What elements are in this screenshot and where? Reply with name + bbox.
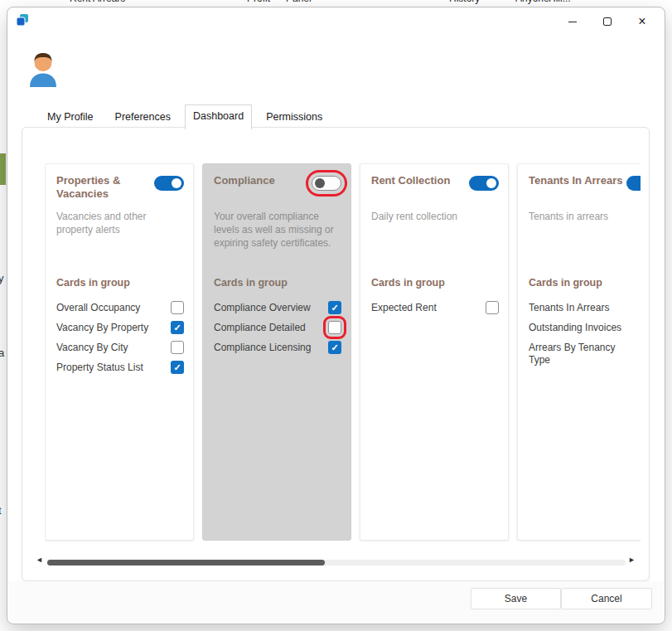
card-item: Compliance Licensing ✓ bbox=[214, 342, 341, 354]
avatar bbox=[24, 49, 62, 87]
user-profile-dialog: × My Profile Preferences Dashboard Permi… bbox=[7, 7, 665, 624]
toggle-knob-icon bbox=[315, 178, 325, 188]
card-item-label: Tenants In Arrears bbox=[529, 302, 609, 314]
card-item-label: Overall Occupancy bbox=[56, 302, 140, 314]
card-description: Vacancies and other property alerts bbox=[56, 210, 183, 236]
checkbox[interactable]: ✓ bbox=[328, 301, 341, 314]
app-icon bbox=[16, 13, 29, 27]
checkbox[interactable]: ✓ bbox=[171, 361, 184, 374]
card-item-label: Arrears By Tenancy Type bbox=[529, 342, 631, 366]
window-controls: × bbox=[555, 10, 660, 33]
checkbox[interactable]: ✓ bbox=[328, 341, 341, 354]
background-window-top-fragment: Rent Arrears Profit Panel History Anyone… bbox=[0, 0, 672, 7]
background-text-fragment: t bbox=[0, 504, 2, 517]
background-text-fragment: Hill... bbox=[549, 0, 571, 4]
dashboard-settings-panel: Properties & Vacancies Vacancies and oth… bbox=[22, 127, 650, 581]
card-title: Rent Collection bbox=[371, 174, 450, 187]
toggle-knob-icon bbox=[486, 178, 496, 188]
checkbox[interactable] bbox=[328, 321, 341, 334]
maximize-button[interactable] bbox=[590, 10, 625, 33]
background-text-fragment: History bbox=[449, 0, 480, 4]
close-icon: × bbox=[638, 15, 645, 28]
tab-preferences[interactable]: Preferences bbox=[108, 106, 178, 129]
background-text-fragment: Panel bbox=[286, 0, 312, 4]
card-item-label: Compliance Licensing bbox=[214, 342, 311, 354]
card-title: Tenants In Arrears bbox=[529, 174, 622, 187]
card-item-label: Property Status List bbox=[56, 362, 143, 374]
minimize-icon bbox=[568, 22, 577, 22]
horizontal-scrollbar-thumb[interactable] bbox=[47, 560, 325, 565]
checkbox[interactable] bbox=[171, 341, 184, 354]
card-item: Outstanding Invoices bbox=[529, 322, 641, 334]
cards-in-group-label: Cards in group bbox=[371, 277, 445, 289]
checkbox[interactable]: ✓ bbox=[171, 321, 184, 334]
background-text-fragment: Rent bbox=[70, 0, 90, 4]
card-item-label: Compliance Detailed bbox=[214, 322, 306, 334]
toggle-switch[interactable] bbox=[312, 176, 341, 191]
card-description: Your overall compliance levels as well a… bbox=[214, 210, 341, 250]
card-items: Expected Rent bbox=[371, 302, 499, 322]
cards-in-group-label: Cards in group bbox=[529, 277, 602, 289]
toggle-switch[interactable] bbox=[469, 176, 499, 191]
tab-dashboard[interactable]: Dashboard bbox=[185, 104, 252, 129]
minimize-button[interactable] bbox=[555, 10, 590, 33]
background-text-fragment: y bbox=[0, 272, 4, 284]
card-tenants-in-arrears: Tenants In Arrears Tenants in arrears Ca… bbox=[517, 163, 641, 541]
card-item-label: Expected Rent bbox=[371, 302, 437, 314]
card-title: Properties & Vacancies bbox=[56, 174, 154, 201]
card-header: Tenants In Arrears bbox=[529, 174, 641, 191]
card-item: Property Status List ✓ bbox=[56, 362, 184, 374]
card-header: Properties & Vacancies bbox=[56, 174, 184, 201]
tab-bar: My Profile Preferences Dashboard Permiss… bbox=[40, 106, 336, 129]
maximize-icon bbox=[603, 17, 612, 26]
toggle-switch[interactable] bbox=[154, 176, 184, 191]
card-item: Vacancy By City bbox=[56, 342, 184, 354]
card-item: Compliance Overview ✓ bbox=[214, 302, 341, 314]
tab-my-profile[interactable]: My Profile bbox=[40, 106, 101, 129]
card-compliance: Compliance Your overall compliance level… bbox=[202, 163, 351, 541]
card-item: Tenants In Arrears bbox=[529, 302, 641, 314]
card-title: Compliance bbox=[214, 174, 275, 187]
card-item: Compliance Detailed bbox=[214, 322, 341, 334]
card-item: Overall Occupancy bbox=[56, 302, 184, 314]
card-items: Tenants In Arrears Outstanding Invoices … bbox=[529, 302, 641, 374]
background-window-left-fragment: y a t bbox=[0, 0, 7, 631]
card-item-label: Outstanding Invoices bbox=[529, 322, 621, 334]
cards-in-group-label: Cards in group bbox=[56, 277, 130, 289]
card-item-label: Vacancy By Property bbox=[56, 322, 148, 334]
background-text-fragment: Profit bbox=[247, 0, 270, 4]
cards-container: Properties & Vacancies Vacancies and oth… bbox=[45, 163, 641, 541]
tab-permissions[interactable]: Permissions bbox=[259, 106, 330, 129]
toggle-knob-icon bbox=[172, 178, 181, 188]
close-button[interactable]: × bbox=[625, 10, 660, 33]
card-properties-vacancies: Properties & Vacancies Vacancies and oth… bbox=[45, 163, 194, 541]
card-item-label: Compliance Overview bbox=[214, 302, 311, 314]
cards-in-group-label: Cards in group bbox=[214, 277, 288, 289]
card-items: Compliance Overview ✓ Compliance Detaile… bbox=[214, 302, 341, 362]
card-item: Expected Rent bbox=[371, 302, 499, 314]
card-description: Daily rent collection bbox=[371, 210, 498, 223]
card-rent-collection: Rent Collection Daily rent collection Ca… bbox=[360, 163, 509, 541]
checkbox[interactable] bbox=[486, 301, 499, 314]
background-text-fragment: a bbox=[0, 347, 4, 359]
card-items: Overall Occupancy Vacancy By Property ✓ … bbox=[56, 302, 184, 381]
save-button[interactable]: Save bbox=[471, 588, 561, 609]
titlebar: × bbox=[7, 7, 665, 36]
card-item-label: Vacancy By City bbox=[56, 342, 128, 354]
background-text-fragment: Arrears bbox=[93, 0, 125, 4]
card-header: Compliance bbox=[214, 174, 341, 191]
scroll-right-icon[interactable]: ► bbox=[628, 556, 636, 564]
card-item: Vacancy By Property ✓ bbox=[56, 322, 184, 334]
cancel-button[interactable]: Cancel bbox=[561, 588, 652, 609]
card-item: Arrears By Tenancy Type bbox=[529, 342, 641, 366]
card-description: Tenants in arrears bbox=[529, 210, 641, 223]
background-text-fragment: Anyone bbox=[515, 0, 549, 4]
card-header: Rent Collection bbox=[371, 174, 499, 191]
background-green-fragment bbox=[0, 153, 6, 185]
scroll-left-icon[interactable]: ◄ bbox=[36, 556, 43, 564]
screen: Rent Arrears Profit Panel History Anyone… bbox=[0, 0, 672, 631]
checkbox[interactable] bbox=[171, 301, 184, 314]
toggle-switch[interactable] bbox=[626, 176, 641, 191]
